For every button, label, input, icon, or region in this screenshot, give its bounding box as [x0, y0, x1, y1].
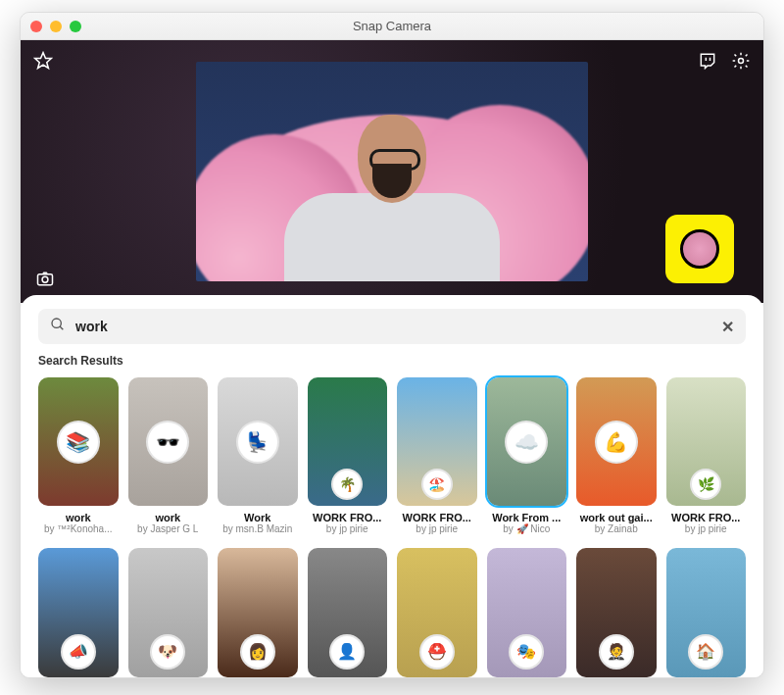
lens-card[interactable]: 🤵: [576, 548, 657, 676]
minimize-window-button[interactable]: [50, 21, 62, 32]
window-title: Snap Camera: [21, 19, 763, 33]
svg-line-5: [60, 326, 63, 329]
search-results-heading: Search Results: [38, 354, 746, 368]
person-silhouette: [284, 105, 500, 281]
lens-author: by msn.B Mazin: [218, 523, 298, 534]
lens-thumbnail[interactable]: 🕶️: [128, 377, 209, 506]
snapcode-thumbnail: [680, 229, 719, 269]
settings-gear-icon[interactable]: [730, 50, 752, 72]
svg-point-1: [739, 59, 744, 64]
snapcode[interactable]: [665, 215, 734, 283]
lens-author: by Zainab: [576, 523, 657, 534]
lens-icon: 🤵: [599, 634, 634, 670]
lens-thumbnail[interactable]: 👩: [218, 548, 298, 676]
lens-title: work: [38, 512, 119, 523]
lens-title: work out gai...: [576, 512, 657, 523]
lens-card[interactable]: 📚workby ™²Konoha...: [38, 377, 119, 534]
window-controls: [30, 21, 81, 32]
lens-icon: 🏖️: [421, 469, 453, 500]
close-window-button[interactable]: [30, 21, 42, 32]
lens-browser-panel: ✕ Search Results 📚workby ™²Konoha...🕶️wo…: [21, 295, 763, 677]
lens-author: by Jasper G L: [128, 523, 209, 534]
lens-icon: 🌿: [690, 469, 721, 500]
lens-icon: 🏠: [688, 634, 723, 670]
lens-thumbnail[interactable]: 🌴: [308, 377, 388, 506]
lens-thumbnail[interactable]: 🏠: [666, 548, 747, 676]
lens-icon: 📣: [61, 634, 96, 670]
lens-thumbnail[interactable]: 🐶: [128, 548, 209, 676]
svg-point-4: [52, 319, 61, 327]
lens-icon: 💺: [236, 421, 279, 464]
lens-title: WORK FRO...: [397, 512, 477, 523]
favorite-star-icon[interactable]: [32, 50, 54, 72]
lens-icon: 📚: [57, 421, 100, 464]
lens-card[interactable]: 🐶: [128, 548, 209, 676]
lens-thumbnail[interactable]: ☁️: [487, 377, 567, 506]
lens-author: by ™²Konoha...: [38, 523, 119, 534]
lens-title: work: [128, 512, 209, 523]
lens-title: Work From ...: [487, 512, 567, 523]
svg-marker-0: [35, 53, 52, 69]
lens-card[interactable]: 🌴WORK FRO...by jp pirie: [308, 377, 388, 534]
lens-title: WORK FRO...: [666, 512, 747, 523]
camera-preview: [196, 62, 588, 281]
twitch-icon[interactable]: [697, 50, 718, 72]
lens-icon: 🕶️: [146, 421, 189, 464]
lens-icon: ☁️: [505, 421, 548, 464]
lens-icon: 🐶: [150, 634, 185, 670]
lens-card[interactable]: 📣: [38, 548, 119, 676]
lens-thumbnail[interactable]: 🌿: [666, 377, 747, 506]
svg-point-3: [42, 276, 48, 282]
capture-button[interactable]: [34, 268, 56, 289]
lens-results-row-2: 📣🐶👩👤⛑️🎭🤵🏠: [38, 548, 746, 676]
lens-results-row-1: 📚workby ™²Konoha...🕶️workby Jasper G L💺W…: [38, 377, 746, 534]
lens-thumbnail[interactable]: 🎭: [487, 548, 567, 676]
lens-thumbnail[interactable]: 🏖️: [397, 377, 477, 506]
search-icon: [50, 317, 66, 336]
svg-rect-2: [38, 274, 53, 285]
clear-search-button[interactable]: ✕: [721, 318, 734, 336]
lens-card[interactable]: 👤: [308, 548, 388, 676]
lens-icon: 👤: [329, 634, 365, 670]
lens-thumbnail[interactable]: 👤: [308, 548, 388, 676]
lens-icon: ⛑️: [419, 634, 455, 670]
lens-thumbnail[interactable]: ⛑️: [397, 548, 477, 676]
lens-author: by jp pirie: [397, 523, 477, 534]
lens-card[interactable]: 🕶️workby Jasper G L: [128, 377, 209, 534]
search-input[interactable]: [75, 319, 711, 334]
lens-card[interactable]: 🏠: [666, 548, 747, 676]
lens-card[interactable]: 🎭: [487, 548, 567, 676]
maximize-window-button[interactable]: [70, 21, 81, 32]
lens-icon: 👩: [240, 634, 275, 670]
lens-card[interactable]: 💪work out gai...by Zainab: [576, 377, 657, 534]
lens-thumbnail[interactable]: 📣: [38, 548, 119, 676]
titlebar: Snap Camera: [21, 13, 763, 40]
lens-author: by 🚀 Nico: [487, 523, 567, 534]
lens-thumbnail[interactable]: 💪: [576, 377, 657, 506]
lens-author: by jp pirie: [308, 523, 388, 534]
lens-thumbnail[interactable]: 🤵: [576, 548, 657, 676]
search-bar: ✕: [38, 309, 746, 344]
lens-card[interactable]: ⛑️: [397, 548, 477, 676]
lens-icon: 🌴: [331, 469, 363, 500]
lens-author: by jp pirie: [666, 523, 747, 534]
lens-thumbnail[interactable]: 💺: [218, 377, 298, 506]
camera-preview-area: [21, 40, 763, 303]
lens-card[interactable]: ☁️Work From ...by 🚀 Nico: [487, 377, 567, 534]
lens-card[interactable]: 🏖️WORK FRO...by jp pirie: [397, 377, 477, 534]
lens-title: WORK FRO...: [308, 512, 388, 523]
lens-title: Work: [218, 512, 298, 523]
lens-card[interactable]: 💺Workby msn.B Mazin: [218, 377, 298, 534]
lens-card[interactable]: 🌿WORK FRO...by jp pirie: [666, 377, 747, 534]
app-window: Snap Camera: [20, 12, 764, 678]
lens-thumbnail[interactable]: 📚: [38, 377, 119, 506]
lens-icon: 💪: [595, 421, 638, 464]
lens-card[interactable]: 👩: [218, 548, 298, 676]
lens-icon: 🎭: [509, 634, 544, 670]
